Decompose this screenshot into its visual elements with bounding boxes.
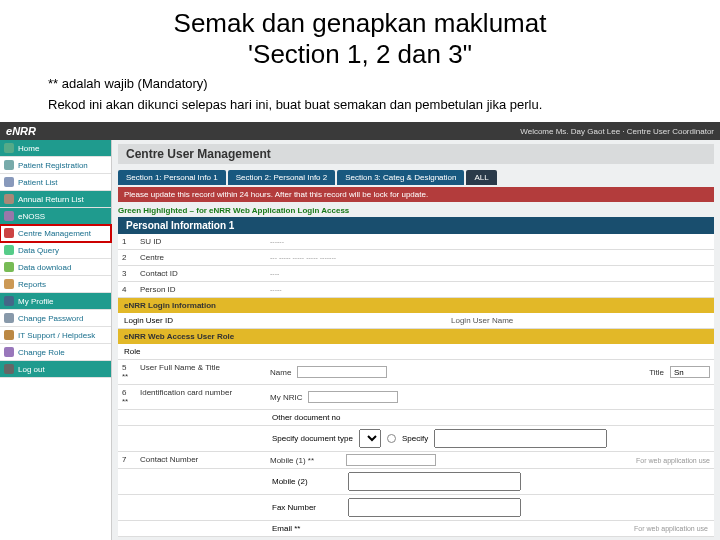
sidebar-item-reports[interactable]: Reports <box>0 276 111 293</box>
topbar: eNRR Welcome Ms. Day Gaot Lee · Centre U… <box>0 122 720 140</box>
title-label: Title <box>649 368 664 377</box>
sidebar-item-data-download[interactable]: Data download <box>0 259 111 276</box>
highlight-note: Green Highlighted – for eNRR Web Applica… <box>118 206 714 215</box>
email-note: For web application use <box>634 525 708 532</box>
row-contact-number: 7 Contact Number Mobile (1) ** For web a… <box>118 452 714 469</box>
return-icon <box>4 194 14 204</box>
welcome-text: Welcome Ms. Day Gaot Lee · Centre User C… <box>520 127 714 136</box>
tab-all[interactable]: ALL <box>466 170 496 185</box>
fax-label: Fax Number <box>272 503 342 512</box>
row-role: Role <box>118 344 714 360</box>
sidebar-item-change-role[interactable]: Change Role <box>0 344 111 361</box>
sidebar-item-centre-management[interactable]: Centre Management <box>0 225 111 242</box>
other-doc-label: Other document no <box>272 413 340 422</box>
specify-label: Specify <box>402 434 428 443</box>
name-label: Name <box>270 368 291 377</box>
sidebar-item-annual-return[interactable]: Annual Return List <box>0 191 111 208</box>
specify-input[interactable] <box>434 429 607 448</box>
row-centre: 2 Centre --- ----- ----- ----- ------- <box>118 250 714 266</box>
sidebar-item-logout[interactable]: Log out <box>0 361 111 378</box>
sidebar-item-enoss[interactable]: eNOSS <box>0 208 111 225</box>
name-input[interactable] <box>297 366 387 378</box>
helpdesk-icon <box>4 330 14 340</box>
enoss-icon <box>4 211 14 221</box>
tab-section-2[interactable]: Section 2: Personal Info 2 <box>228 170 336 185</box>
role-icon <box>4 347 14 357</box>
profile-icon <box>4 296 14 306</box>
management-icon <box>4 228 14 238</box>
role-band: eNRR Web Access User Role <box>118 329 714 344</box>
slide-subtitle-2: Rekod ini akan dikunci selepas hari ini,… <box>48 97 680 112</box>
tab-section-1[interactable]: Section 1: Personal Info 1 <box>118 170 226 185</box>
section-tabs: Section 1: Personal Info 1 Section 2: Pe… <box>118 170 714 185</box>
nric-input[interactable] <box>308 391 398 403</box>
home-icon <box>4 143 14 153</box>
login-info-band: eNRR Login Information <box>118 298 714 313</box>
title-input[interactable] <box>670 366 710 378</box>
sidebar-item-my-profile[interactable]: My Profile <box>0 293 111 310</box>
sidebar-item-data-query[interactable]: Data Query <box>0 242 111 259</box>
list-icon <box>4 177 14 187</box>
row-fax: Fax Number <box>118 495 714 521</box>
section-header: Personal Information 1 <box>118 217 714 234</box>
row-id-card: 6 ** Identification card number My NRIC <box>118 385 714 410</box>
tab-section-3[interactable]: Section 3: Categ & Designation <box>337 170 464 185</box>
row-fullname: 5 ** User Full Name & Title Name Title <box>118 360 714 385</box>
sidebar: Home Patient Registration Patient List A… <box>0 140 112 540</box>
slide-title: Semak dan genapkan maklumat 'Section 1, … <box>40 8 680 70</box>
query-icon <box>4 245 14 255</box>
specify-doc-label: Specify document type <box>272 434 353 443</box>
sidebar-item-patient-registration[interactable]: Patient Registration <box>0 157 111 174</box>
app-logo: eNRR <box>6 125 36 137</box>
registration-icon <box>4 160 14 170</box>
mobile2-label: Mobile (2) <box>272 477 342 486</box>
row-contact-id: 3 Contact ID ---- <box>118 266 714 282</box>
page-title: Centre User Management <box>118 144 714 164</box>
download-icon <box>4 262 14 272</box>
email-label: Email ** <box>272 524 342 533</box>
sidebar-item-home[interactable]: Home <box>0 140 111 157</box>
row-other-doc: Other document no <box>118 410 714 426</box>
mobile1-input[interactable] <box>346 454 436 466</box>
content-area: Centre User Management Section 1: Person… <box>112 140 720 540</box>
row-specify-doc: Specify document type Specify <box>118 426 714 452</box>
specify-radio[interactable] <box>387 434 396 443</box>
mobile1-label: Mobile (1) ** <box>270 456 340 465</box>
sidebar-item-patient-list[interactable]: Patient List <box>0 174 111 191</box>
logout-icon <box>4 364 14 374</box>
fax-input[interactable] <box>348 498 521 517</box>
mobile2-input[interactable] <box>348 472 521 491</box>
mobile1-note: For web application use <box>636 457 710 464</box>
update-alert: Please update this record within 24 hour… <box>118 187 714 202</box>
reports-icon <box>4 279 14 289</box>
password-icon <box>4 313 14 323</box>
nric-label: My NRIC <box>270 393 302 402</box>
slide-subtitle-1: ** adalah wajib (Mandatory) <box>48 76 680 91</box>
row-login-user-id: Login User ID Login User Name <box>118 313 714 329</box>
sidebar-item-change-password[interactable]: Change Password <box>0 310 111 327</box>
row-su-id: 1 SU ID ------ <box>118 234 714 250</box>
sidebar-item-helpdesk[interactable]: IT Support / Helpdesk <box>0 327 111 344</box>
row-mobile2: Mobile (2) <box>118 469 714 495</box>
row-person-id: 4 Person ID ----- <box>118 282 714 298</box>
row-email: Email ** For web application use <box>118 521 714 537</box>
doc-type-select[interactable] <box>359 429 381 448</box>
